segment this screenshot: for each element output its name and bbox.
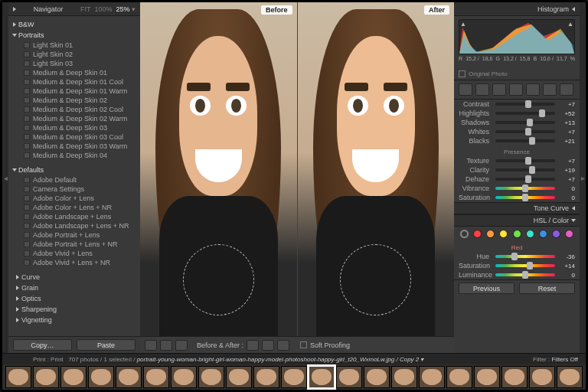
preset-group[interactable]: B&W (8, 19, 140, 30)
slider-texture[interactable]: Texture+7 (454, 156, 580, 165)
thumbnail[interactable] (446, 366, 472, 388)
preset-item[interactable]: Medium & Deep Skin 01 Cool (8, 77, 140, 87)
original-photo-toggle[interactable]: Original Photo (454, 68, 580, 80)
preset-group[interactable]: Portraits (8, 30, 140, 41)
thumbnail[interactable] (198, 366, 224, 388)
clip-highlight-icon[interactable]: ▲ (567, 21, 573, 28)
slider-contrast[interactable]: Contrast+7 (454, 100, 580, 109)
slider-clarity[interactable]: Clarity+19 (454, 165, 580, 175)
thumbnail[interactable] (474, 366, 500, 388)
histogram-header[interactable]: Histogram (454, 2, 580, 16)
thumbnail[interactable] (281, 366, 307, 388)
heal-icon[interactable] (475, 83, 489, 96)
preset-item[interactable]: Adobe Color + Lens + NR (8, 203, 140, 212)
thumbnail[interactable] (557, 366, 583, 388)
slider-luminance[interactable]: Luminance0 (454, 270, 580, 279)
hsl-color-section[interactable]: HSL / Color (454, 214, 580, 227)
mask-icon[interactable] (492, 83, 506, 96)
reset-button[interactable]: Reset (519, 283, 575, 294)
navigator-header[interactable]: Navigator FIT 100% 25% ▾ (8, 2, 140, 16)
collapsed-section[interactable]: Optics (8, 293, 140, 304)
thumbnail[interactable] (501, 366, 528, 388)
thumbnail[interactable] (143, 366, 169, 388)
preset-item[interactable]: Adobe Portrait + Lens (8, 230, 140, 240)
tone-curve-section[interactable]: Tone Curve (454, 202, 580, 214)
thumbnail[interactable] (364, 366, 390, 388)
thumbnail[interactable] (116, 366, 142, 388)
thumbnail[interactable] (88, 366, 114, 388)
compare-view-icon[interactable] (160, 340, 172, 351)
preset-item[interactable]: Medium & Deep Skin 01 (8, 68, 140, 77)
preset-item[interactable]: Adobe Landscape + Lens + NR (8, 221, 140, 230)
preset-item[interactable]: Medium & Deep Skin 02 (8, 96, 140, 105)
preset-item[interactable]: Medium & Deep Skin 01 Warm (8, 87, 140, 96)
loupe-view-icon[interactable] (145, 340, 157, 351)
radial-icon[interactable] (543, 83, 557, 96)
thumbnail[interactable] (529, 366, 555, 388)
collapsed-section[interactable]: Vignetting (8, 315, 140, 325)
copy-button[interactable]: Copy… (13, 339, 72, 351)
thumbnail[interactable] (226, 366, 252, 388)
brush-icon[interactable] (560, 83, 573, 96)
thumbnail[interactable] (391, 366, 417, 388)
hsl-color-picker[interactable] (454, 227, 580, 241)
clip-shadow-icon[interactable]: ▲ (460, 21, 466, 28)
thumbnail[interactable] (171, 366, 197, 388)
color-dot[interactable] (473, 230, 482, 238)
thumbnail[interactable] (5, 366, 31, 388)
slider-vibrance[interactable]: Vibrance0 (454, 184, 580, 193)
slider-blacks[interactable]: Blacks+21 (454, 136, 580, 145)
thumbnail[interactable] (419, 366, 445, 388)
color-dot[interactable] (539, 230, 547, 238)
ba-mode-3-icon[interactable] (277, 340, 289, 351)
preset-item[interactable]: Camera Settings (8, 185, 140, 194)
color-dot[interactable] (526, 230, 534, 238)
preset-item[interactable]: Medium & Deep Skin 04 (8, 151, 140, 160)
preset-item[interactable]: Adobe Vivid + Lens (8, 249, 140, 258)
thumbnail[interactable] (60, 366, 87, 388)
slider-saturation[interactable]: Saturation+14 (454, 261, 580, 270)
slider-whites[interactable]: Whites+7 (454, 127, 580, 136)
color-dot[interactable] (486, 230, 495, 238)
slider-saturation[interactable]: Saturation0 (454, 193, 580, 202)
preset-item[interactable]: Medium & Deep Skin 03 Warm (8, 142, 140, 151)
left-gutter[interactable]: ◂ (2, 2, 8, 353)
ba-view-icon[interactable] (175, 340, 188, 351)
color-dot[interactable] (552, 230, 560, 238)
thumbnail-row[interactable] (2, 364, 586, 390)
preset-item[interactable]: Light Skin 03 (8, 59, 140, 68)
soft-proof-checkbox[interactable] (300, 341, 307, 348)
color-dot[interactable] (513, 230, 521, 238)
slider-highlights[interactable]: Highlights+52 (454, 109, 580, 118)
redeye-icon[interactable] (509, 83, 523, 96)
right-gutter[interactable]: ▸ (580, 2, 586, 353)
thumbnail[interactable] (336, 366, 362, 388)
color-dot[interactable] (499, 230, 508, 238)
preset-item[interactable]: Adobe Color + Lens (8, 194, 140, 203)
collapsed-section[interactable]: Grain (8, 283, 140, 293)
preset-item[interactable]: Adobe Portrait + Lens + NR (8, 240, 140, 249)
before-after-compare[interactable]: Before After (140, 2, 454, 336)
preset-item[interactable]: Light Skin 02 (8, 50, 140, 59)
preset-item[interactable]: Adobe Landscape + Lens (8, 212, 140, 221)
slider-hue[interactable]: Hue-36 (454, 252, 580, 261)
thumbnail[interactable] (309, 366, 335, 388)
preset-item[interactable]: Adobe Vivid + Lens + NR (8, 258, 140, 267)
slider-shadows[interactable]: Shadows+13 (454, 118, 580, 127)
preset-item[interactable]: Medium & Deep Skin 03 Cool (8, 132, 140, 142)
thumbnail[interactable] (33, 366, 59, 388)
color-dot[interactable] (565, 230, 573, 238)
collapsed-section[interactable]: Curve (8, 272, 140, 283)
preset-item[interactable]: Medium & Deep Skin 02 Warm (8, 114, 140, 123)
histogram[interactable]: ▲ ▲ R15,2 /18,6G13,2 /15,8B10,6 /11,7% (454, 16, 580, 68)
crop-icon[interactable] (459, 83, 472, 96)
preset-group[interactable]: Defaults (8, 165, 140, 175)
ba-mode-2-icon[interactable] (262, 340, 274, 351)
grad-icon[interactable] (526, 83, 540, 96)
preset-item[interactable]: Light Skin 01 (8, 41, 140, 50)
slider-dehaze[interactable]: Dehaze+7 (454, 175, 580, 184)
paste-button[interactable]: Paste (77, 339, 136, 351)
previous-button[interactable]: Previous (459, 283, 514, 294)
collapsed-section[interactable]: Sharpening (8, 304, 140, 315)
preset-item[interactable]: Medium & Deep Skin 03 (8, 123, 140, 132)
